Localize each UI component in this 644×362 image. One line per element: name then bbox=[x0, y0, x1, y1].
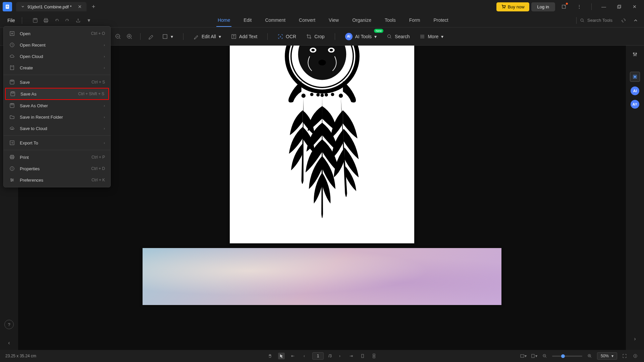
menu-tab-view[interactable]: View bbox=[327, 14, 340, 27]
maximize-icon[interactable] bbox=[612, 1, 626, 12]
chevron-right-icon: › bbox=[104, 43, 105, 47]
menu-tab-organize[interactable]: Organize bbox=[351, 14, 373, 27]
first-page-icon[interactable]: ⇤ bbox=[289, 353, 296, 359]
svg-rect-24 bbox=[10, 80, 14, 84]
last-page-icon[interactable]: ⇥ bbox=[348, 353, 355, 359]
ocr-button[interactable]: A OCR bbox=[274, 32, 300, 41]
single-page-icon[interactable] bbox=[359, 353, 366, 359]
chevron-right-icon: › bbox=[104, 115, 105, 119]
file-menu-save-as[interactable]: Save AsCtrl + Shift + S bbox=[5, 88, 109, 100]
zoom-in-icon[interactable] bbox=[125, 33, 133, 41]
menubar: File ▾ HomeEditCommentConvertViewOrganiz… bbox=[0, 13, 644, 27]
file-menu-open-recent[interactable]: Open Recent› bbox=[4, 39, 110, 51]
file-menu-create[interactable]: Create› bbox=[4, 62, 110, 73]
fullscreen-icon[interactable] bbox=[621, 353, 628, 359]
edit-all-button[interactable]: Edit All▾ bbox=[190, 32, 224, 41]
menu-tab-convert[interactable]: Convert bbox=[298, 14, 317, 27]
new-tab-button[interactable]: + bbox=[92, 3, 96, 10]
zoom-in-status-icon[interactable] bbox=[586, 353, 593, 359]
highlight-icon[interactable] bbox=[147, 33, 155, 41]
file-menu-save-as-other[interactable]: Save As Other› bbox=[4, 100, 110, 111]
svg-point-46 bbox=[318, 60, 326, 65]
menu-tab-form[interactable]: Form bbox=[408, 14, 422, 27]
fit-mode-icon[interactable]: ▾ bbox=[520, 353, 527, 359]
file-menu-export-to[interactable]: Export To› bbox=[4, 137, 110, 148]
minimize-icon[interactable]: — bbox=[597, 1, 610, 12]
text-icon: T bbox=[231, 34, 236, 39]
svg-point-38 bbox=[11, 181, 12, 182]
view-mode-icon[interactable]: ▾ bbox=[531, 353, 537, 359]
menu-tab-protect[interactable]: Protect bbox=[432, 14, 449, 27]
crop-button[interactable]: Crop bbox=[303, 32, 328, 41]
chevron-right-icon: › bbox=[104, 104, 105, 108]
ocr-icon: A bbox=[278, 34, 283, 39]
shape-button[interactable]: ▾ bbox=[159, 32, 176, 42]
thumbnail-icon[interactable] bbox=[630, 72, 640, 82]
fit-width-icon[interactable] bbox=[632, 353, 639, 359]
next-page-icon[interactable]: › bbox=[336, 353, 343, 359]
tab-close-icon[interactable]: ✕ bbox=[78, 4, 82, 9]
svg-rect-6 bbox=[618, 6, 620, 8]
login-button[interactable]: Log in bbox=[531, 2, 555, 11]
svg-point-37 bbox=[12, 180, 13, 181]
file-menu-button[interactable]: File bbox=[4, 16, 18, 24]
undo-icon[interactable] bbox=[52, 16, 61, 25]
file-menu-open[interactable]: OpenCtrl + O bbox=[4, 28, 110, 39]
svg-point-48 bbox=[339, 94, 343, 98]
menu-tab-comment[interactable]: Comment bbox=[264, 14, 287, 27]
print-quick-icon[interactable] bbox=[42, 16, 50, 25]
menu-icon bbox=[420, 34, 425, 39]
statusbar: 23.25 x 35.24 cm ⇤ ‹ /3 › ⇥ ▾ ▾ 50%▾ bbox=[0, 350, 644, 362]
share-icon[interactable] bbox=[74, 16, 83, 25]
dropdown-icon[interactable]: ▾ bbox=[85, 16, 93, 25]
ai-sidebar-icon[interactable]: AI bbox=[631, 86, 639, 95]
create-icon bbox=[9, 65, 15, 71]
search-button[interactable]: Search bbox=[383, 32, 413, 41]
document-tab[interactable]: 91jdxrl1 Combine.pdf * ✕ bbox=[16, 2, 87, 11]
settings-icon[interactable] bbox=[630, 50, 640, 59]
file-menu-preferences[interactable]: PreferencesCtrl + K bbox=[4, 174, 110, 186]
select-tool-icon[interactable] bbox=[278, 353, 285, 359]
prefs-icon bbox=[9, 177, 15, 183]
cloud-sync-icon[interactable] bbox=[619, 16, 628, 25]
menu-tab-home[interactable]: Home bbox=[216, 14, 231, 27]
svg-point-20 bbox=[388, 35, 391, 38]
notification-icon[interactable] bbox=[557, 1, 571, 12]
ai-translate-icon[interactable]: A文 bbox=[631, 100, 639, 109]
continuous-page-icon[interactable] bbox=[371, 353, 377, 359]
chevron-down-icon bbox=[21, 5, 25, 9]
file-menu-properties[interactable]: PropertiesCtrl + D bbox=[4, 163, 110, 174]
zoom-slider[interactable] bbox=[552, 356, 582, 357]
file-menu-open-cloud[interactable]: Open Cloud› bbox=[4, 51, 110, 62]
search-tools[interactable]: Search Tools bbox=[580, 18, 612, 23]
close-icon[interactable]: ✕ bbox=[628, 1, 641, 12]
chevron-right-icon: › bbox=[104, 66, 105, 70]
save-quick-icon[interactable] bbox=[31, 16, 40, 25]
buy-now-button[interactable]: Buy now bbox=[496, 2, 529, 11]
collapse-right-icon[interactable]: › bbox=[634, 336, 636, 342]
zoom-select[interactable]: 50%▾ bbox=[597, 352, 617, 360]
ai-tools-button[interactable]: AI AI Tools▾ New bbox=[342, 31, 380, 42]
zoom-out-status-icon[interactable] bbox=[541, 353, 548, 359]
menu-tab-edit[interactable]: Edit bbox=[242, 14, 253, 27]
file-menu-save[interactable]: SaveCtrl + S bbox=[4, 76, 110, 88]
collapse-left-icon[interactable]: ‹ bbox=[8, 340, 10, 346]
svg-rect-25 bbox=[11, 80, 13, 81]
file-menu-save-in-recent-folder[interactable]: Save in Recent Folder› bbox=[4, 111, 110, 123]
file-menu-print[interactable]: PrintCtrl + P bbox=[4, 152, 110, 163]
page-number-input[interactable] bbox=[312, 352, 324, 360]
menu-tab-tools[interactable]: Tools bbox=[383, 14, 397, 27]
svg-rect-7 bbox=[618, 5, 621, 8]
file-menu-save-to-cloud[interactable]: Save to Cloud› bbox=[4, 123, 110, 134]
more-button[interactable]: More▾ bbox=[416, 32, 447, 41]
add-text-button[interactable]: T Add Text bbox=[228, 32, 261, 41]
save-icon bbox=[9, 103, 15, 109]
help-icon[interactable]: ? bbox=[4, 320, 14, 329]
hand-tool-icon[interactable] bbox=[267, 353, 273, 359]
redo-icon[interactable] bbox=[63, 16, 72, 25]
collapse-ribbon-icon[interactable] bbox=[631, 16, 640, 25]
kebab-menu-icon[interactable]: ⋮ bbox=[573, 1, 586, 12]
prev-page-icon[interactable]: ‹ bbox=[301, 353, 308, 359]
zoom-out-icon[interactable] bbox=[114, 33, 122, 41]
tab-title: 91jdxrl1 Combine.pdf * bbox=[28, 4, 72, 9]
